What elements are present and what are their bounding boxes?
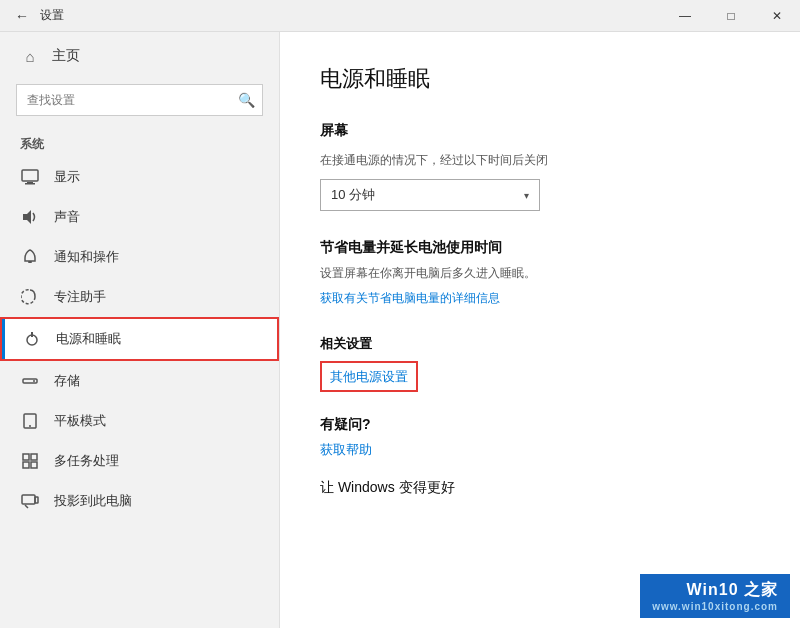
home-icon: ⌂	[20, 46, 40, 66]
titlebar: ← 设置 — □ ✕	[0, 0, 800, 32]
sidebar-search: 🔍	[16, 84, 263, 116]
main-content: 电源和睡眠 屏幕 在接通电源的情况下，经过以下时间后关闭 10 分钟 ▾ 节省电…	[280, 32, 800, 628]
sidebar-item-multitask[interactable]: 多任务处理	[0, 441, 279, 481]
back-button[interactable]: ←	[8, 2, 36, 30]
svg-point-8	[33, 380, 35, 382]
sidebar-item-label-multitask: 多任务处理	[54, 452, 119, 470]
related-section-title: 相关设置	[320, 335, 760, 353]
sidebar: ⌂ 主页 🔍 系统 显示 声音 通知和操作	[0, 32, 280, 628]
sidebar-item-display[interactable]: 显示	[0, 157, 279, 197]
sidebar-item-label-notifications: 通知和操作	[54, 248, 119, 266]
svg-rect-14	[31, 462, 37, 468]
sidebar-section-title: 系统	[0, 128, 279, 157]
sidebar-item-storage[interactable]: 存储	[0, 361, 279, 401]
watermark-main: Win10 之家	[687, 580, 778, 601]
sleep-section-title: 节省电量并延长电池使用时间	[320, 239, 760, 257]
sidebar-item-label-display: 显示	[54, 168, 80, 186]
power-icon	[22, 329, 42, 349]
multitask-icon	[20, 451, 40, 471]
svg-marker-3	[23, 210, 31, 224]
sidebar-item-sound[interactable]: 声音	[0, 197, 279, 237]
sidebar-item-focus[interactable]: 专注助手	[0, 277, 279, 317]
restore-button[interactable]: □	[708, 0, 754, 32]
back-icon: ←	[15, 8, 29, 24]
dropdown-value: 10 分钟	[331, 186, 375, 204]
sidebar-item-project[interactable]: 投影到此电脑	[0, 481, 279, 521]
close-button[interactable]: ✕	[754, 0, 800, 32]
screen-timeout-dropdown[interactable]: 10 分钟 ▾	[320, 179, 540, 211]
focus-icon	[20, 287, 40, 307]
related-link-box: 其他电源设置	[320, 361, 418, 392]
chevron-down-icon: ▾	[524, 190, 529, 201]
minimize-button[interactable]: —	[662, 0, 708, 32]
search-input[interactable]	[16, 84, 263, 116]
sidebar-item-notifications[interactable]: 通知和操作	[0, 237, 279, 277]
svg-rect-4	[28, 261, 32, 263]
sleep-section-desc: 设置屏幕在你离开电脑后多久进入睡眠。	[320, 265, 760, 282]
project-icon	[20, 491, 40, 511]
notification-icon	[20, 247, 40, 267]
sidebar-item-label-storage: 存储	[54, 372, 80, 390]
improve-section: 让 Windows 变得更好	[320, 479, 760, 497]
sound-icon	[20, 207, 40, 227]
sidebar-item-label-tablet: 平板模式	[54, 412, 106, 430]
display-icon	[20, 167, 40, 187]
improve-text: 让 Windows 变得更好	[320, 479, 455, 495]
sidebar-item-power[interactable]: 电源和睡眠	[0, 317, 279, 361]
screen-section-title: 屏幕	[320, 122, 760, 140]
sidebar-home-item[interactable]: ⌂ 主页	[0, 32, 279, 80]
sleep-section: 节省电量并延长电池使用时间 设置屏幕在你离开电脑后多久进入睡眠。 获取有关节省电…	[320, 239, 760, 307]
sidebar-item-label-project: 投影到此电脑	[54, 492, 132, 510]
screen-section: 屏幕 在接通电源的情况下，经过以下时间后关闭 10 分钟 ▾	[320, 122, 760, 211]
sidebar-home-label: 主页	[52, 47, 80, 65]
sidebar-item-label-power: 电源和睡眠	[56, 330, 121, 348]
svg-rect-2	[25, 183, 35, 185]
svg-rect-13	[23, 462, 29, 468]
help-section: 有疑问? 获取帮助	[320, 416, 760, 459]
help-section-title: 有疑问?	[320, 416, 760, 434]
watermark-sub: www.win10xitong.com	[652, 601, 778, 612]
tablet-icon	[20, 411, 40, 431]
sidebar-item-tablet[interactable]: 平板模式	[0, 401, 279, 441]
app-container: ⌂ 主页 🔍 系统 显示 声音 通知和操作	[0, 32, 800, 628]
svg-rect-12	[31, 454, 37, 460]
storage-icon	[20, 371, 40, 391]
window-controls: — □ ✕	[662, 0, 800, 32]
svg-rect-11	[23, 454, 29, 460]
svg-rect-16	[35, 497, 38, 503]
sidebar-item-label-focus: 专注助手	[54, 288, 106, 306]
titlebar-title: 设置	[40, 7, 64, 24]
watermark: Win10 之家 www.win10xitong.com	[640, 574, 790, 618]
search-icon: 🔍	[238, 92, 255, 108]
get-help-link[interactable]: 获取帮助	[320, 442, 372, 457]
svg-rect-15	[22, 495, 35, 504]
related-section: 相关设置 其他电源设置	[320, 335, 760, 392]
svg-rect-0	[22, 170, 38, 181]
svg-line-17	[25, 505, 28, 508]
page-title: 电源和睡眠	[320, 64, 760, 94]
sleep-learn-more-link[interactable]: 获取有关节省电脑电量的详细信息	[320, 291, 500, 305]
other-power-settings-link[interactable]: 其他电源设置	[330, 369, 408, 384]
sidebar-item-label-sound: 声音	[54, 208, 80, 226]
screen-section-desc: 在接通电源的情况下，经过以下时间后关闭	[320, 152, 760, 169]
